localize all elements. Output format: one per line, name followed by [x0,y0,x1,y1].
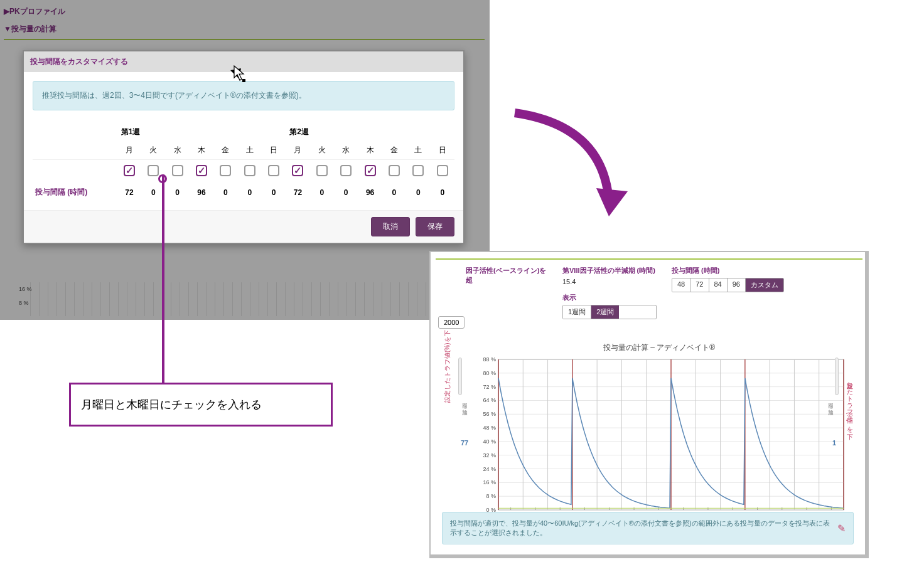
bottom-info-banner: 投与間隔が適切で、投与量が40〜60IU/kg(アディノベイト®の添付文書を参照… [442,512,854,544]
modal-info-banner: 推奨投与間隔は、週2回、3〜4日間です(アディノベイト®の添付文書を参照)。 [33,81,454,110]
day-checkbox[interactable] [365,165,376,176]
svg-text:72 %: 72 % [483,384,496,390]
interval-row-label: 投与間隔 (時間) [33,183,117,201]
dose-input[interactable]: 2000 [438,316,465,329]
interval-value: 0 [334,183,358,201]
slider-right-value: 1 [832,439,836,447]
day-checkbox[interactable] [124,165,135,176]
interval-value: 96 [190,183,213,201]
interval-value: 96 [358,183,382,201]
svg-text:40 %: 40 % [483,438,496,445]
instruction-callout: 月曜日と木曜日にチェックを入れる [69,383,333,427]
day-checkbox[interactable] [389,165,400,176]
chart-svg: 88 %80 %72 %64 %56 %48 %40 %32 %24 %16 %… [468,357,850,533]
svg-text:80 %: 80 % [483,370,496,376]
interval-opt-84[interactable]: 84 [709,278,728,292]
interval-value: 0 [166,183,190,201]
interval-seg-label: 投与間隔 (時間) [672,266,784,275]
interval-value: 0 [238,183,262,201]
day-header: 金 [213,141,237,160]
day-header: 土 [238,141,262,160]
interval-row: 投与間隔 (時間) 720096000720096000 [33,183,454,201]
svg-text:64 %: 64 % [483,397,496,403]
baseline-label: 因子活性(ベースライン)を超 [466,266,547,285]
display-segment: 1週間 2週間 [562,305,657,319]
svg-text:24 %: 24 % [483,466,496,472]
slider-right[interactable] [835,358,839,395]
interval-value: 0 [430,183,454,201]
halflife-label: 第VIII因子活性の半減期 (時間) [562,266,657,275]
svg-rect-0 [242,79,245,82]
edit-icon[interactable]: ✎ [837,522,846,534]
day-checkbox[interactable] [244,165,255,176]
svg-text:32 %: 32 % [483,452,496,459]
interval-value: 72 [286,183,309,201]
slider-left[interactable] [458,358,462,395]
chart-title: 投与量の計算 – アディノベイト® [468,342,850,353]
day-header: 火 [310,141,334,160]
right-panel: 因子活性(ベースライン)を超 第VIII因子活性の半減期 (時間) 15.4 表… [429,251,869,558]
seg-1week[interactable]: 1週間 [563,305,591,319]
week1-header: 第1週 [117,123,286,141]
cursor-icon [234,65,247,82]
day-header: 金 [382,141,406,160]
day-checkbox[interactable] [292,165,303,176]
slider-hint-left: 回を追加 [461,399,469,405]
arrow-icon [502,100,640,226]
modal-footer: 取消 保存 [24,210,463,243]
svg-text:16 %: 16 % [483,479,496,485]
interval-value: 0 [310,183,334,201]
week-header-row: 第1週 第2週 [33,123,454,141]
right-axis-label: 設定したトラフ値(%)を下 [845,378,854,472]
interval-value: 72 [117,183,141,201]
svg-text:56 %: 56 % [483,411,496,417]
week2-header: 第2週 [286,123,454,141]
slider-hint-right: 回を追加 [827,399,835,405]
day-checkbox[interactable] [437,165,448,176]
seg-2week[interactable]: 2週間 [591,305,619,319]
day-checkbox[interactable] [412,165,424,176]
divider-line-2 [436,258,862,260]
interval-opt-96[interactable]: 96 [728,278,746,292]
day-header: 水 [166,141,190,160]
day-header: 水 [334,141,358,160]
bottom-info-text: 投与間隔が適切で、投与量が40〜60IU/kg(アディノベイト®の添付文書を参照… [450,519,831,538]
day-checkbox[interactable] [340,165,352,176]
day-header: 日 [262,141,286,160]
day-header: 木 [358,141,382,160]
interval-value: 0 [213,183,237,201]
meta-row: 因子活性(ベースライン)を超 第VIII因子活性の半減期 (時間) 15.4 表… [466,266,859,319]
day-header: 月 [286,141,309,160]
day-checkbox[interactable] [148,165,159,176]
day-header: 火 [141,141,165,160]
interval-opt-72[interactable]: 72 [690,278,709,292]
day-header: 月 [117,141,141,160]
day-checkbox[interactable] [268,165,279,176]
leader-line [162,174,164,383]
day-checkbox[interactable] [220,165,231,176]
day-checkbox[interactable] [196,165,207,176]
dose-chart: 投与量の計算 – アディノベイト® 88 %80 %72 %64 %56 %48… [468,342,850,531]
checkbox-row [33,160,454,184]
day-checkbox[interactable] [316,165,328,176]
day-header: 土 [406,141,430,160]
day-checkbox[interactable] [172,165,183,176]
left-axis-label: 設定したトラフ値(%)を下 [443,330,452,403]
svg-text:88 %: 88 % [483,357,496,363]
day-header-row: 月火水木金土日月火水木金土日 [33,141,454,160]
interval-opt-48[interactable]: 48 [672,278,690,292]
display-label: 表示 [562,293,657,302]
interval-value: 0 [406,183,430,201]
interval-segment: 48728496カスタム [672,278,784,292]
day-header: 日 [430,141,454,160]
interval-value: 0 [382,183,406,201]
halflife-value: 15.4 [562,278,657,285]
svg-text:8 %: 8 % [486,493,496,499]
slider-left-value: 77 [461,439,468,447]
save-button[interactable]: 保存 [416,217,454,236]
interval-opt-カスタム[interactable]: カスタム [746,278,783,292]
schedule-table: 第1週 第2週 月火水木金土日月火水木金土日 投与間隔 (時間) 7200960… [33,123,454,201]
svg-text:48 %: 48 % [483,425,496,431]
cancel-button[interactable]: 取消 [371,217,410,236]
interval-value: 0 [262,183,286,201]
